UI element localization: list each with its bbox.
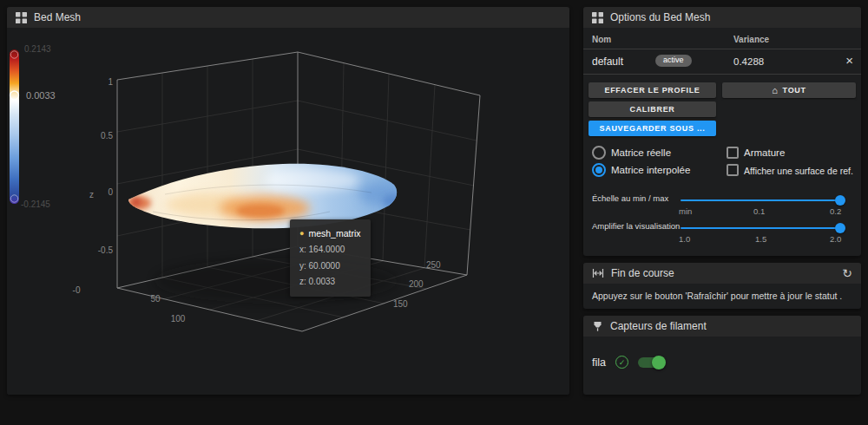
z-tick: 0 [108,187,113,197]
filament-sensor-icon [592,321,603,332]
options-body: Nom Variance default active 0.4288 × EFF… [583,28,861,256]
radio-interpolated-matrix-label: Matrice interpolée [611,165,690,175]
x-tick: 100 [171,314,186,324]
panel-title: Fin de course [611,267,674,279]
boost-tick-max: 2.0 [830,234,841,244]
scale-tick-max: 0.2 [830,206,841,216]
endstops-message: Appuyez sur le bouton 'Rafraîchir' pour … [583,284,861,301]
profile-variance: 0.4288 [733,56,764,67]
scale-tick-min: min [679,206,692,216]
check-icon: ✓ [619,358,626,367]
boost-slider-label: Amplifier la visualisation [592,221,680,231]
boost-slider-track[interactable] [681,227,842,229]
bed-mesh-header: Bed Mesh [7,7,569,28]
apps-grid-icon [592,12,603,23]
filament-header: Capteurs de filament [583,316,861,337]
home-icon: ⌂ [772,86,778,95]
colorbar-max-label: 0.2143 [24,44,51,54]
filament-sensors-panel: Capteurs de filament fila ✓ [583,316,861,395]
endstops-panel: Fin de course ↻ Appuyez sur le bouton 'R… [583,263,861,309]
save-as-button[interactable]: SAUVEGARDER SOUS ... [589,121,716,136]
corner-tick: -0 [73,285,81,295]
colorbar-min-label: -0.2145 [21,199,50,209]
scale-tick-mid: 0.1 [753,206,765,216]
options-header: Options du Bed Mesh [583,7,861,28]
z-axis-label: z [89,190,94,199]
panel-title: Capteurs de filament [610,320,707,332]
tooltip-y: y: 60.0000 [299,258,361,275]
clear-profile-button[interactable]: EFFACER LE PROFILE [589,82,716,98]
home-all-label: TOUT [783,86,806,95]
tooltip-z: z: 0.0033 [299,274,361,291]
calibrate-button[interactable]: CALIBRER [589,101,716,117]
endstops-header: Fin de course ↻ [583,263,861,284]
boost-tick-min: 1.0 [679,234,690,244]
check-circle-icon: ✓ [615,356,628,369]
profile-name: default [592,56,623,68]
endstop-icon [592,267,604,279]
y-tick: 150 [393,299,408,309]
tooltip-series-name: mesh_matrix [308,226,360,242]
z-tick: 0.5 [101,131,113,141]
filament-sensor-row: fila ✓ [583,356,861,369]
column-name: Nom [592,35,611,44]
checkbox-wireframe-label: Armature [744,147,785,158]
checkbox-wireframe[interactable] [727,147,739,159]
boost-slider-thumb[interactable] [835,223,845,233]
scale-slider-track[interactable] [681,199,842,201]
bed-mesh-options-panel: Options du Bed Mesh Nom Variance default… [583,7,861,256]
y-tick: 200 [409,279,424,289]
z-tick: -0.5 [98,245,114,255]
panel-title: Options du Bed Mesh [610,11,710,23]
active-badge: active [655,55,692,67]
checkbox-ref-surface[interactable] [727,164,739,176]
bed-mesh-plot[interactable]: 1 0.5 0 -0.5 z -0 50 100 150 200 250 0.2… [7,28,569,395]
mesh-3d-plot[interactable]: 1 0.5 0 -0.5 z -0 50 100 150 200 250 0.2… [7,28,569,395]
series-dot-icon: ● [299,230,304,238]
refresh-button[interactable]: ↻ [842,267,852,279]
profiles-table-header: Nom Variance [583,29,861,49]
boost-tick-mid: 1.5 [755,234,766,244]
tooltip-x: x: 164.0000 [299,242,361,258]
radio-real-matrix-label: Matrice réelle [611,147,671,158]
sensor-name: fila [592,356,606,369]
home-all-button[interactable]: ⌂ TOUT [722,82,856,98]
colorbar[interactable]: 0.2143 0.0033 -0.2145 [10,44,56,209]
bed-mesh-panel: Bed Mesh [7,7,569,395]
z-tick: 1 [108,77,113,87]
apps-grid-icon [16,12,27,23]
delete-profile-button[interactable]: × [845,53,853,68]
scale-slider-thumb[interactable] [835,195,845,206]
radio-interpolated-matrix[interactable] [592,163,606,177]
column-variance: Variance [733,35,769,44]
checkbox-ref-surface-label: Afficher une surface de ref. [744,166,853,176]
filament-sensor-toggle[interactable] [638,357,664,368]
profile-row: default active 0.4288 × [583,49,861,75]
radio-real-matrix[interactable] [592,146,606,160]
panel-title: Bed Mesh [34,11,81,23]
mesh-tooltip: ● mesh_matrix x: 164.0000 y: 60.0000 z: … [290,219,371,297]
x-tick: 50 [150,294,161,304]
toggle-knob[interactable] [652,356,666,369]
y-tick: 250 [426,260,441,270]
colorbar-marker-label: 0.0033 [26,90,56,101]
tooltip-series: ● mesh_matrix [299,226,361,242]
scale-slider-label: Échelle au min / max [592,193,668,203]
